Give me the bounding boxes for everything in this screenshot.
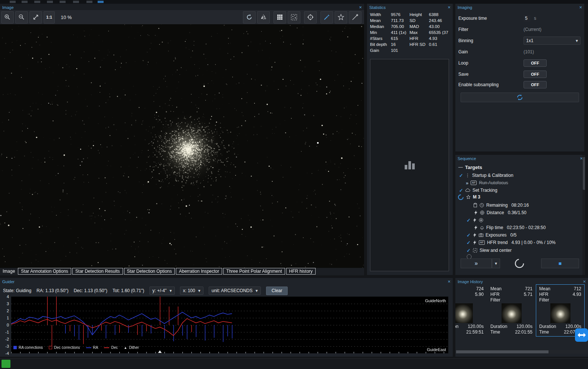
history-card[interactable]: Mean724 HFR5.90 Filter Duration120.00s T… — [455, 284, 487, 337]
chart-icon — [10, 1, 16, 3]
set-tracking-label: Set Tracking — [472, 188, 497, 193]
stat-value: 9576 — [391, 12, 410, 18]
crosshair-button[interactable] — [304, 11, 317, 24]
gain-value[interactable]: (101) — [524, 49, 534, 54]
skip-to-end-button[interactable]: » — [461, 259, 492, 268]
sequence-item-distance: Distance 0.36/1.50 — [474, 209, 527, 216]
duration-label: Duration — [455, 324, 458, 329]
tab-aberration-inspector[interactable]: Aberration Inspector — [176, 268, 222, 275]
image-panel: Image × 1:1 10 % — [0, 4, 364, 275]
ra-corrections-swatch — [13, 346, 17, 349]
filter-label: Filter — [458, 27, 524, 32]
chevron-down-icon: ▾ — [576, 38, 578, 43]
sequence-item-target-m3[interactable]: M 3 — [458, 194, 480, 200]
close-icon[interactable]: × — [448, 5, 451, 9]
filter-value[interactable]: (Current) — [524, 27, 541, 32]
zoom-out-button[interactable] — [15, 11, 28, 24]
sequence-scrollbar[interactable] — [582, 155, 585, 275]
tab-star-annotation-options[interactable]: Star Annotation Options — [18, 268, 71, 275]
remote-access-icon[interactable] — [575, 328, 588, 342]
zoom-in-button[interactable] — [1, 11, 14, 24]
history-thumbnail[interactable] — [550, 303, 570, 323]
save-toggle[interactable]: OFF — [524, 71, 547, 78]
main-image-m3-globular-cluster[interactable] — [0, 24, 364, 268]
x-scale-value: x: 100 — [183, 288, 195, 293]
check-icon: ✓ — [467, 218, 471, 223]
meridian-flip-icon — [480, 225, 484, 230]
tab-star-detection-results[interactable]: Star Detection Results — [72, 268, 123, 275]
sequence-targets-header[interactable]: — Targets — [458, 164, 482, 171]
sequence-item-set-tracking[interactable]: ✓ Set Tracking — [459, 187, 497, 194]
history-scrollbar[interactable] — [455, 350, 588, 354]
hfr-trend-value: 4.93 | 0.00 - 0% / 10% — [512, 240, 556, 245]
one-to-one-button[interactable]: 1:1 — [44, 11, 55, 24]
apps-icon — [98, 1, 104, 3]
satellite-trail-button[interactable] — [349, 11, 361, 24]
clock-icon — [480, 203, 484, 207]
binning-dropdown[interactable]: 1x1 ▾ — [524, 37, 581, 45]
y-axis-tick: -1 — [1, 330, 9, 334]
collapse-icon[interactable]: — — [458, 165, 463, 170]
history-thumbnail[interactable] — [502, 303, 522, 323]
stat-label: Height — [410, 12, 429, 18]
y-scale-value: y: +/-4" — [152, 288, 167, 293]
clear-button[interactable]: Clear — [266, 287, 288, 295]
exposure-time-input[interactable]: 5 — [524, 15, 530, 22]
stat-label: Median — [370, 24, 391, 30]
time-label: Time — [539, 329, 549, 335]
dec-label: Dec — [111, 345, 118, 350]
stat-value: 243.46 — [429, 18, 453, 24]
history-thumbnail[interactable] — [455, 303, 473, 323]
skip-icon: » — [466, 180, 468, 186]
tab-star-detection-options[interactable]: Star Detection Options — [124, 268, 175, 275]
loop-toggle-state: OFF — [531, 61, 539, 65]
guide-graph-legend: RA corrections Dec corrections RA Dec ▲D… — [13, 345, 139, 350]
sequence-item-slew-and-center[interactable]: ✓ Slew and center — [467, 247, 512, 254]
image-history-cards: Mean724 HFR5.90 Filter Duration120.00s T… — [455, 284, 588, 337]
slew-and-center-label: Slew and center — [480, 248, 512, 253]
close-icon[interactable]: × — [583, 279, 586, 284]
tab-hfr-history[interactable]: HFR history — [286, 268, 316, 275]
time-value: 22:01:55 — [515, 329, 532, 335]
sequence-item-startup-calibration[interactable]: ✓ ⋮ Startup & Calibration — [459, 172, 513, 179]
histogram-icon — [22, 1, 28, 3]
image-history-title: Image History — [458, 279, 483, 284]
autofocus-badge-icon: AF — [471, 181, 477, 185]
fit-to-window-button[interactable] — [29, 11, 42, 24]
ra-line-swatch — [86, 347, 91, 348]
duration-value: 120.00s — [468, 324, 484, 329]
loop-label: Loop — [458, 60, 524, 66]
circle-dot-icon — [479, 218, 483, 222]
subsampling-toggle[interactable]: OFF — [524, 81, 547, 88]
star-detection-button[interactable] — [288, 11, 300, 24]
stop-sequence-button[interactable]: ■ — [541, 259, 579, 268]
star-outline-button[interactable] — [335, 11, 347, 24]
y-scale-dropdown[interactable]: y: +/-4" ▾ — [149, 287, 175, 295]
rotate-image-button[interactable] — [243, 11, 256, 24]
history-card[interactable]: Mean721 HFR5.71 Filter Duration120.00s T… — [487, 284, 536, 337]
x-scale-dropdown[interactable]: x: 100 ▾ — [180, 287, 203, 295]
close-icon[interactable]: × — [579, 5, 582, 9]
close-icon[interactable]: × — [359, 5, 362, 9]
start-exposure-button[interactable] — [461, 93, 579, 102]
tab-image[interactable]: Image — [1, 268, 17, 274]
hfr-value: 5.90 — [475, 292, 484, 297]
statistics-table: Width9576Height6388 Mean711.73SD243.46 M… — [370, 12, 453, 54]
kebab-menu-icon[interactable]: ⋮ — [465, 173, 470, 178]
pixel-grid-button[interactable] — [274, 11, 286, 24]
skip-options-dropdown[interactable]: ▾ — [492, 259, 500, 268]
distance-value: 0.36/1.50 — [508, 210, 527, 215]
flip-horizontal-button[interactable] — [257, 11, 270, 24]
sequence-item-run-autofocus[interactable]: » AF Run Autofocus — [466, 179, 508, 186]
unit-dropdown[interactable]: unit: ARCSECONDS ▾ — [209, 287, 261, 295]
star-annotation-button[interactable] — [320, 11, 333, 24]
dither-marker-icon: ▲ — [124, 346, 127, 350]
stat-label: MAD — [410, 24, 429, 30]
close-icon[interactable]: × — [448, 279, 451, 284]
hfr-label: HFR — [539, 292, 549, 297]
slew-frame-icon — [473, 248, 477, 253]
tab-three-point-polar-alignment[interactable]: Three Point Polar Alignment — [223, 268, 285, 275]
image-toolbar: 1:1 10 % — [0, 10, 364, 24]
loop-toggle[interactable]: OFF — [524, 59, 547, 67]
y-axis-tick: 2 — [1, 309, 9, 313]
